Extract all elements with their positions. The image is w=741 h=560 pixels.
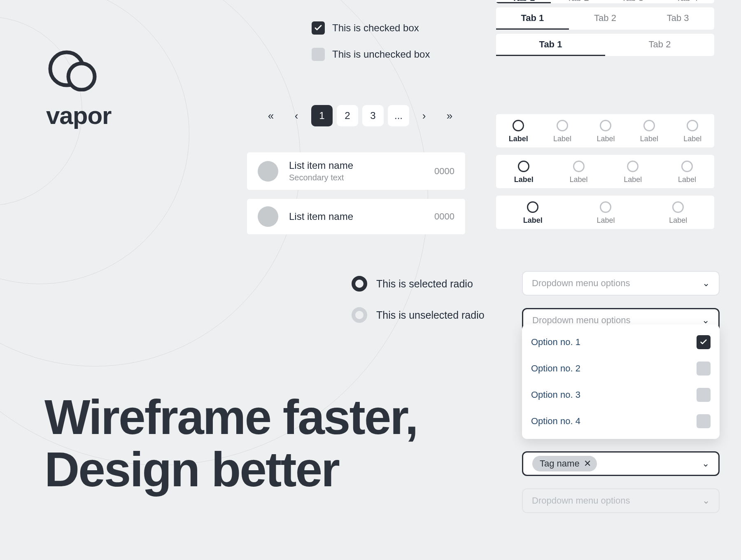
tag-label: Tag name xyxy=(540,458,580,469)
dropdown-closed[interactable]: Dropdown menu options ⌄ xyxy=(522,271,720,296)
logo-icon xyxy=(46,50,100,91)
tab[interactable]: Tab 4 xyxy=(660,0,715,3)
radio-selected-label: This is selected radio xyxy=(376,278,473,290)
dropdown-option[interactable]: Option no. 1 xyxy=(531,332,711,352)
radio-unselected-row[interactable]: This is unselected radio xyxy=(352,307,485,323)
list-item-title: List item name xyxy=(289,160,353,171)
tab[interactable]: Tab 1 xyxy=(496,7,569,30)
page-2[interactable]: 2 xyxy=(337,105,358,126)
option-checkbox-checked[interactable] xyxy=(697,335,711,349)
step[interactable]: Label xyxy=(570,161,588,184)
tab[interactable]: Tab 2 xyxy=(551,0,606,3)
pagination: « ‹ 1 2 3 ... › » xyxy=(260,105,460,126)
stepper-4: Label Label Label Label xyxy=(496,155,714,188)
chevron-down-icon: ⌄ xyxy=(702,315,709,326)
logo-block: vapor xyxy=(46,50,111,130)
chevron-down-icon: ⌄ xyxy=(702,458,709,469)
avatar xyxy=(258,161,278,182)
avatar xyxy=(258,206,278,227)
dropdown-tagged[interactable]: Tag name ✕ ⌄ xyxy=(522,451,720,476)
checkbox-checked[interactable] xyxy=(312,21,325,35)
page-first-icon[interactable]: « xyxy=(260,105,282,126)
step[interactable]: Label xyxy=(597,120,615,143)
tab[interactable]: Tab 3 xyxy=(641,7,714,30)
checkbox-checked-row[interactable]: This is checked box xyxy=(312,21,430,35)
step[interactable]: Label xyxy=(523,201,543,225)
option-checkbox[interactable] xyxy=(697,414,711,428)
svg-point-1 xyxy=(68,63,95,90)
chevron-down-icon: ⌄ xyxy=(702,278,710,289)
option-checkbox[interactable] xyxy=(697,362,711,376)
list-item[interactable]: List item name Secondary text 0000 xyxy=(247,152,465,190)
close-icon[interactable]: ✕ xyxy=(584,458,591,469)
step[interactable]: Label xyxy=(553,120,571,143)
radio-unselected-label: This is unselected radio xyxy=(376,309,485,321)
tabs-2: Tab 1 Tab 2 xyxy=(496,34,714,56)
dropdown-disabled: Dropdown menu options ⌄ xyxy=(522,488,720,513)
dropdown-option[interactable]: Option no. 4 xyxy=(531,411,711,432)
step[interactable]: Label xyxy=(640,120,658,143)
tab[interactable]: Tab 3 xyxy=(605,0,660,3)
radio-selected[interactable] xyxy=(352,276,367,292)
list-item-secondary: Secondary text xyxy=(289,173,353,182)
step[interactable]: Label xyxy=(509,120,528,143)
tab[interactable]: Tab 1 xyxy=(496,0,551,3)
dropdown-options: Option no. 1 Option no. 2 Option no. 3 O… xyxy=(522,324,720,439)
checkbox-checked-label: This is checked box xyxy=(332,22,419,34)
chevron-down-icon: ⌄ xyxy=(702,495,710,506)
stepper-3: Label Label Label xyxy=(496,196,714,229)
list-item-number: 0000 xyxy=(434,166,454,177)
dropdown-placeholder: Dropdown menu options xyxy=(532,278,630,289)
stepper-5: Label Label Label Label Label xyxy=(496,114,714,147)
tag-chip[interactable]: Tag name ✕ xyxy=(532,456,597,471)
tabs-3: Tab 1 Tab 2 Tab 3 xyxy=(496,7,714,30)
tabs-4: Tab 1 Tab 2 Tab 3 Tab 4 xyxy=(496,0,714,3)
page-ellipsis[interactable]: ... xyxy=(388,105,409,126)
dropdown-option[interactable]: Option no. 2 xyxy=(531,358,711,379)
page-1[interactable]: 1 xyxy=(311,105,333,126)
page-3[interactable]: 3 xyxy=(362,105,384,126)
radio-selected-row[interactable]: This is selected radio xyxy=(352,276,485,292)
tab[interactable]: Tab 1 xyxy=(496,34,605,56)
checkbox-unchecked[interactable] xyxy=(312,48,325,61)
tab[interactable]: Tab 2 xyxy=(569,7,642,30)
radio-unselected[interactable] xyxy=(352,307,367,323)
tab[interactable]: Tab 2 xyxy=(605,34,714,56)
checkbox-unchecked-row[interactable]: This is unchecked box xyxy=(312,48,430,61)
page-next-icon[interactable]: › xyxy=(413,105,435,126)
page-prev-icon[interactable]: ‹ xyxy=(286,105,307,126)
brand-name: vapor xyxy=(46,101,111,130)
step[interactable]: Label xyxy=(514,161,534,184)
step[interactable]: Label xyxy=(678,161,696,184)
dropdown-placeholder: Dropdown menu options xyxy=(532,495,630,506)
checkbox-unchecked-label: This is unchecked box xyxy=(332,49,430,60)
step[interactable]: Label xyxy=(669,201,687,225)
step[interactable]: Label xyxy=(624,161,642,184)
dropdown-option[interactable]: Option no. 3 xyxy=(531,385,711,405)
dropdown-placeholder: Dropdown menu options xyxy=(532,315,630,326)
page-last-icon[interactable]: » xyxy=(439,105,460,126)
list-item-title: List item name xyxy=(289,211,353,222)
list-item[interactable]: List item name 0000 xyxy=(247,199,465,234)
step[interactable]: Label xyxy=(597,201,615,225)
step[interactable]: Label xyxy=(683,120,701,143)
option-checkbox[interactable] xyxy=(697,388,711,402)
list-item-number: 0000 xyxy=(434,211,454,222)
